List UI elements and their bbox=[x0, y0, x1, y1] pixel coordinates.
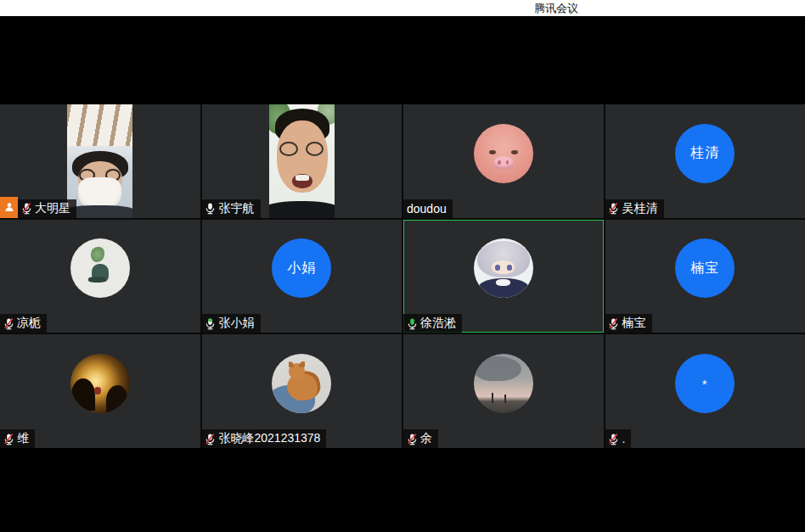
participant-name: 张小娟 bbox=[219, 316, 255, 331]
window-title: 腾讯会议 bbox=[534, 1, 578, 16]
mic-muted-icon bbox=[607, 432, 621, 445]
participant-avatar bbox=[272, 354, 331, 413]
participant-tile[interactable]: 小娟 张小娟 bbox=[202, 220, 402, 333]
nameplate: 吴桂清 bbox=[605, 199, 664, 218]
mic-muted-icon bbox=[607, 202, 621, 216]
mic-active-icon bbox=[405, 316, 419, 330]
participant-tile[interactable]: 楠宝 楠宝 bbox=[605, 220, 805, 333]
nameplate: doudou bbox=[403, 199, 453, 218]
nameplate: . bbox=[605, 429, 632, 448]
mic-muted-icon bbox=[607, 316, 621, 330]
participant-tile[interactable]: 张晓峰2021231378 bbox=[202, 334, 402, 448]
participant-name: 徐浩淞 bbox=[420, 316, 456, 331]
participant-tile[interactable]: 桂清 吴桂清 bbox=[605, 104, 805, 218]
participant-name: 张晓峰2021231378 bbox=[219, 431, 321, 446]
participant-avatar bbox=[70, 354, 130, 413]
mic-muted-icon bbox=[204, 432, 217, 445]
participant-name: 楠宝 bbox=[622, 316, 646, 331]
nameplate: 徐浩淞 bbox=[403, 314, 462, 333]
participant-name: 维 bbox=[17, 431, 29, 446]
participant-tile[interactable]: 张宇航 bbox=[202, 104, 402, 218]
video-feed bbox=[67, 104, 132, 218]
participant-name: 大明星 bbox=[35, 201, 70, 216]
meeting-video-grid: 大明星 张宇航 doudou bbox=[0, 104, 805, 448]
window-titlebar: 腾讯会议 bbox=[0, 0, 805, 16]
participant-avatar bbox=[474, 354, 533, 413]
nameplate: 张小娟 bbox=[202, 314, 261, 333]
video-feed bbox=[269, 104, 335, 218]
participant-tile-speaking[interactable]: 徐浩淞 bbox=[403, 220, 604, 333]
nameplate: 凉栀 bbox=[0, 314, 47, 333]
participant-avatar: 桂清 bbox=[675, 124, 735, 183]
participant-avatar: 楠宝 bbox=[675, 238, 735, 298]
participant-name: 吴桂清 bbox=[622, 201, 658, 216]
participant-tile[interactable]: * . bbox=[605, 334, 805, 448]
participant-name: 余 bbox=[420, 431, 432, 446]
participant-tile[interactable]: 余 bbox=[403, 334, 604, 448]
mic-muted-icon bbox=[2, 432, 15, 445]
participant-avatar bbox=[70, 238, 130, 298]
participant-avatar bbox=[474, 238, 533, 298]
participant-tile[interactable]: 大明星 bbox=[0, 104, 200, 218]
nameplate: 大明星 bbox=[18, 199, 76, 218]
nameplate: 张宇航 bbox=[202, 199, 261, 218]
participant-avatar: * bbox=[675, 354, 735, 413]
nameplate: 维 bbox=[0, 429, 35, 448]
host-badge-icon bbox=[0, 197, 18, 218]
nameplate: 余 bbox=[403, 429, 438, 448]
participant-name: 张宇航 bbox=[219, 201, 255, 216]
mic-muted-icon bbox=[20, 202, 33, 216]
participant-avatar bbox=[474, 124, 533, 183]
nameplate: 楠宝 bbox=[605, 314, 652, 333]
nameplate: 张晓峰2021231378 bbox=[202, 429, 327, 448]
mic-level-icon bbox=[204, 316, 217, 330]
participant-avatar: 小娟 bbox=[272, 238, 331, 298]
participant-name: 凉栀 bbox=[17, 316, 41, 331]
participant-name: doudou bbox=[407, 202, 447, 216]
mic-muted-icon bbox=[405, 432, 419, 445]
mic-muted-icon bbox=[2, 316, 15, 330]
participant-tile[interactable]: doudou bbox=[403, 104, 604, 218]
participant-name: . bbox=[622, 432, 626, 445]
participant-tile[interactable]: 维 bbox=[0, 334, 200, 448]
mic-on-icon bbox=[204, 202, 217, 216]
participant-tile[interactable]: 凉栀 bbox=[0, 220, 200, 333]
